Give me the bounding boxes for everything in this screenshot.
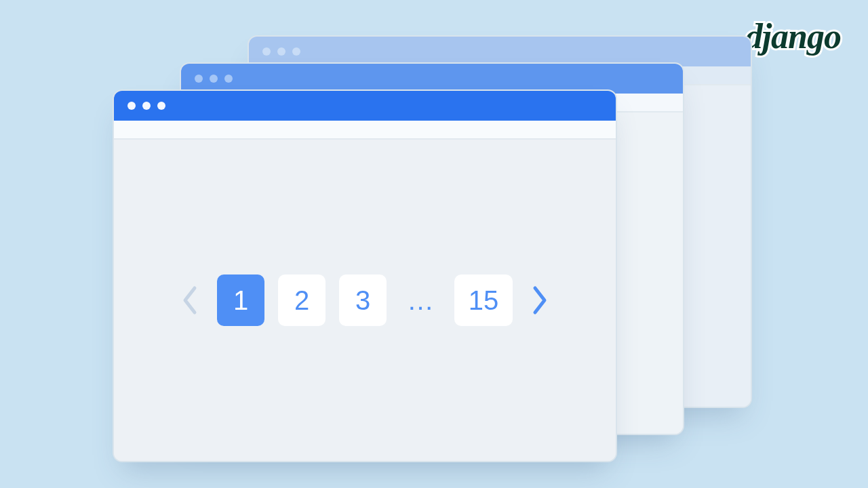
pagination-page-2-button[interactable]: 2	[278, 274, 326, 326]
window-dot-icon	[142, 102, 151, 110]
pagination-ellipsis: …	[400, 285, 441, 316]
window-dot-icon	[127, 102, 136, 110]
pagination-page-3-button[interactable]: 3	[339, 274, 387, 326]
pagination-next-button[interactable]	[526, 274, 553, 326]
window-dot-icon	[224, 75, 233, 83]
window-titlebar	[114, 91, 616, 121]
pagination-page-last-button[interactable]: 15	[454, 274, 513, 326]
pagination: 1 2 3 … 15	[176, 274, 553, 326]
window-dot-icon	[277, 47, 285, 56]
pagination-prev-button[interactable]	[176, 274, 203, 326]
window-dot-icon	[292, 47, 300, 56]
window-content: 1 2 3 … 15	[114, 140, 616, 461]
window-dot-icon	[210, 75, 218, 83]
window-dot-icon	[157, 102, 165, 110]
window-dot-icon	[195, 75, 203, 83]
browser-window-front: 1 2 3 … 15	[113, 89, 617, 462]
chevron-right-icon	[531, 285, 549, 315]
window-toolbar	[114, 121, 616, 140]
chevron-left-icon	[181, 285, 199, 315]
window-dot-icon	[262, 47, 271, 56]
django-logo: django	[745, 16, 841, 56]
pagination-page-1-button[interactable]: 1	[217, 274, 264, 326]
